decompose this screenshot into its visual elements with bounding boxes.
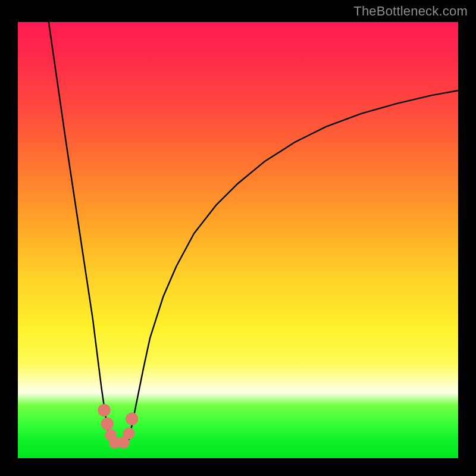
marker-left-mid — [101, 417, 114, 430]
curve-group — [49, 22, 458, 444]
chart-container: TheBottleneck.com — [0, 0, 476, 476]
bottleneck-curve — [49, 22, 458, 444]
marker-right-low — [123, 427, 135, 439]
plot-area — [18, 22, 458, 458]
curve-layer — [18, 22, 458, 458]
watermark-text: TheBottleneck.com — [353, 4, 468, 19]
marker-left-upper — [98, 404, 110, 416]
marker-right-upper — [126, 412, 138, 425]
